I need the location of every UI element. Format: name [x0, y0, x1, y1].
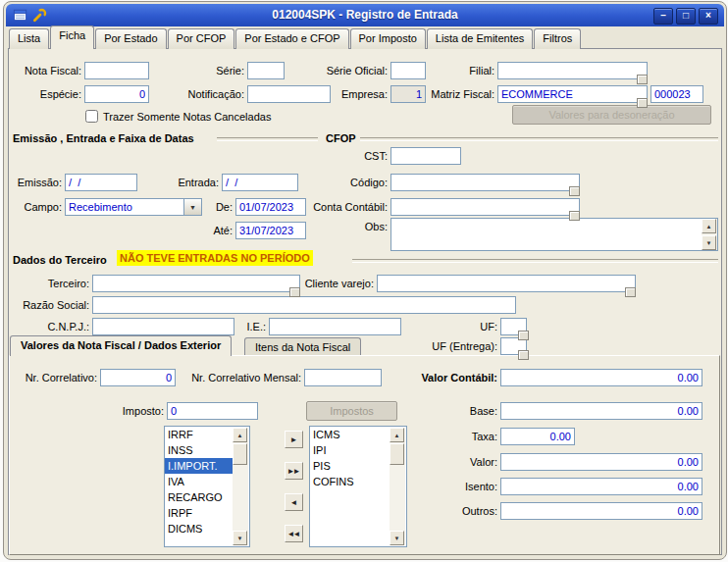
base-input[interactable] — [500, 402, 702, 420]
obs-scrollbar[interactable]: ▲ ▼ — [702, 219, 717, 250]
valores-desoneracao-button[interactable]: Valores para desoneração — [512, 105, 711, 125]
scroll-down-icon[interactable]: ▼ — [233, 531, 247, 545]
scroll-up-icon[interactable]: ▲ — [702, 219, 716, 233]
list-item[interactable]: IVA — [165, 474, 234, 489]
scroll-down-icon[interactable]: ▼ — [702, 235, 716, 250]
close-button[interactable]: × — [699, 8, 718, 25]
uf-entrega-label: UF (Entrega): — [406, 337, 497, 355]
scrollbar[interactable]: ▲ ▼ — [390, 428, 405, 545]
notificacao-label: Notificação: — [174, 85, 244, 103]
lookup-icon[interactable] — [518, 350, 529, 360]
tab-por-cfop[interactable]: Por CFOP — [168, 28, 235, 49]
section-terceiro-title: Dados do Terceiro — [13, 253, 107, 267]
nota-fiscal-input[interactable] — [84, 62, 149, 79]
list-item[interactable]: COFINS — [310, 474, 390, 489]
conta-contabil-input[interactable] — [390, 198, 580, 216]
filial-label: Filial: — [431, 62, 494, 79]
razao-social-label: Razão Social: — [19, 296, 89, 314]
maximize-button[interactable]: □ — [676, 8, 696, 25]
lookup-icon[interactable] — [569, 186, 580, 196]
outros-input[interactable] — [500, 502, 702, 520]
lookup-icon[interactable] — [637, 98, 648, 108]
tab-lista[interactable]: Lista — [9, 28, 49, 49]
taxa-input[interactable] — [500, 428, 575, 445]
cnpj-input[interactable] — [92, 318, 234, 335]
scrollbar-thumb[interactable] — [233, 443, 247, 465]
emissao-label: Emissão: — [11, 174, 62, 191]
ate-input[interactable] — [235, 222, 306, 239]
impostos-button[interactable]: Impostos — [306, 401, 397, 421]
scroll-up-icon[interactable]: ▲ — [390, 428, 404, 442]
scrollbar[interactable]: ▲ ▼ — [233, 428, 248, 545]
tab-itens-nota-fiscal[interactable]: Itens da Nota Fiscal — [244, 337, 361, 356]
serie-input[interactable] — [247, 62, 285, 79]
razao-social-input[interactable] — [92, 296, 516, 314]
matriz-fiscal-input[interactable] — [497, 85, 648, 103]
tab-ficha[interactable]: Ficha — [50, 26, 94, 49]
divider — [217, 137, 318, 141]
campo-combobox[interactable]: Recebimento ▼ — [65, 198, 202, 216]
scrollbar-thumb[interactable] — [390, 443, 404, 465]
list-item[interactable]: RECARGO — [165, 489, 234, 505]
tab-por-estado[interactable]: Por Estado — [95, 28, 166, 49]
lookup-icon[interactable] — [289, 287, 300, 297]
trazer-somente-canceladas-checkbox[interactable] — [85, 110, 98, 123]
valor-input[interactable] — [500, 453, 702, 471]
list-item[interactable]: IRPF — [165, 505, 234, 521]
section-datas-title: Emissão , Entrada e Faixa de Datas — [13, 131, 194, 145]
minimize-button[interactable]: – — [653, 8, 673, 25]
notificacao-input[interactable] — [247, 85, 331, 103]
filial-input[interactable] — [497, 62, 648, 79]
list-item-selected[interactable]: I.IMPORT. — [165, 458, 234, 474]
especie-input[interactable] — [84, 85, 149, 103]
list-item[interactable]: IPI — [310, 442, 390, 458]
ie-input[interactable] — [269, 318, 401, 335]
title-bar[interactable]: 012004SPK - Registro de Entrada – □ × — [6, 4, 724, 26]
divider — [360, 137, 718, 141]
list-item[interactable]: INSS — [165, 442, 234, 458]
tab-valores-nota-fiscal[interactable]: Valores da Nota Fiscal / Dados Exterior — [10, 335, 232, 356]
obs-textarea[interactable] — [390, 218, 718, 251]
tab-por-imposto[interactable]: Por Imposto — [350, 28, 426, 49]
list-item[interactable]: DICMS — [165, 521, 234, 536]
move-all-left-button[interactable]: ◄◄ — [285, 525, 303, 542]
de-input[interactable] — [235, 198, 306, 216]
tab-bar: Lista Ficha Por Estado Por CFOP Por Esta… — [9, 28, 582, 49]
codigo-input[interactable] — [390, 174, 580, 191]
window-title: 012004SPK - Registro de Entrada — [272, 8, 457, 22]
lookup-icon[interactable] — [518, 331, 529, 340]
terceiro-input[interactable] — [92, 275, 300, 292]
valor-contabil-input[interactable] — [500, 369, 702, 386]
move-left-button[interactable]: ◄ — [285, 493, 303, 511]
assigned-taxes-list[interactable]: ICMS IPI PIS COFINS ▲ ▼ — [309, 426, 407, 547]
list-item[interactable]: ICMS — [310, 427, 390, 442]
nr-correlativo-mensal-input[interactable] — [304, 369, 382, 386]
scroll-up-icon[interactable]: ▲ — [233, 428, 247, 442]
cst-input[interactable] — [390, 147, 461, 165]
cst-label: CST: — [333, 147, 388, 165]
entrada-input[interactable] — [222, 174, 298, 191]
move-right-button[interactable]: ► — [285, 431, 303, 448]
dropdown-arrow-icon[interactable]: ▼ — [183, 199, 201, 215]
isento-input[interactable] — [500, 478, 702, 495]
move-all-right-button[interactable]: ►► — [285, 462, 303, 480]
available-taxes-list[interactable]: IRRF INSS I.IMPORT. IVA RECARGO IRPF DIC… — [164, 426, 250, 547]
cliente-varejo-input[interactable] — [377, 275, 636, 292]
imposto-input[interactable] — [167, 402, 258, 420]
de-label: De: — [205, 198, 233, 216]
lookup-icon[interactable] — [569, 211, 580, 221]
nr-correlativo-input[interactable] — [100, 369, 176, 386]
lookup-icon[interactable] — [625, 287, 636, 297]
serie-oficial-input[interactable] — [390, 62, 426, 79]
divider — [352, 259, 718, 263]
especie-label: Espécie: — [11, 85, 81, 103]
tab-lista-de-emitentes[interactable]: Lista de Emitentes — [427, 28, 534, 49]
scroll-down-icon[interactable]: ▼ — [390, 531, 404, 545]
emissao-input[interactable] — [65, 174, 137, 191]
tab-filtros[interactable]: Filtros — [534, 28, 581, 49]
tab-por-estado-e-cfop[interactable]: Por Estado e CFOP — [235, 28, 348, 49]
list-item[interactable]: IRRF — [165, 427, 234, 442]
list-item[interactable]: PIS — [310, 458, 390, 474]
matriz-fiscal-code-input[interactable] — [650, 85, 703, 103]
lookup-icon[interactable] — [637, 75, 648, 84]
